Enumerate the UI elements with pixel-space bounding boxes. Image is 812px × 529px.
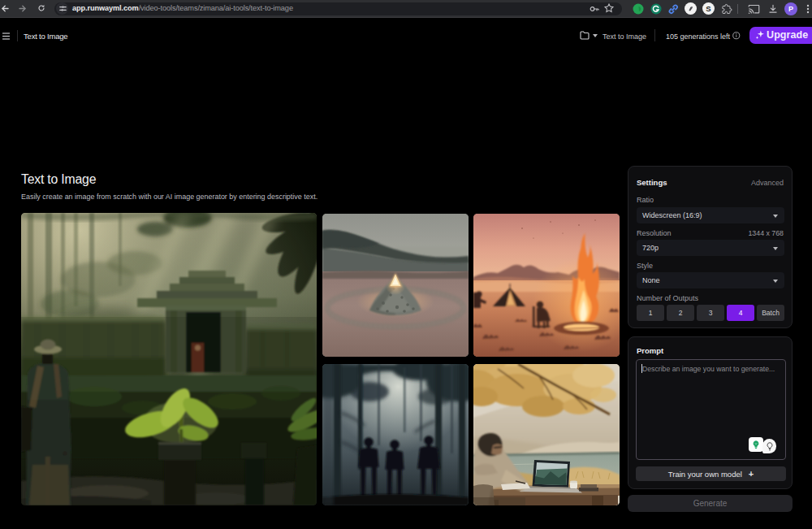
svg-text:S: S bbox=[706, 4, 710, 13]
